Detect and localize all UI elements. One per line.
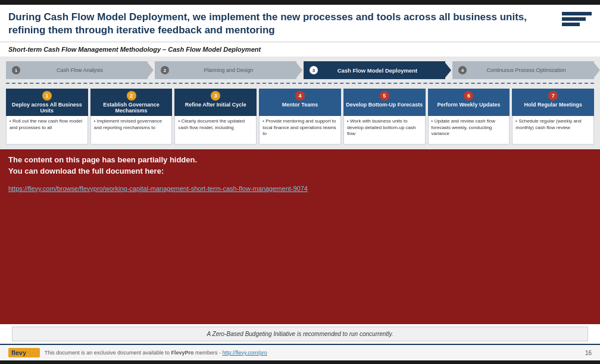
card-4: 4 Mentor Teams Provide mentoring and sup… bbox=[259, 89, 341, 145]
card-4-header: 4 Mentor Teams bbox=[259, 89, 341, 116]
footer-description: This document is an exclusive document a… bbox=[45, 350, 580, 356]
footer-members-text: members - bbox=[193, 350, 222, 356]
bottom-bar bbox=[0, 360, 600, 364]
card-2-title: Establish Governance Mechanisms bbox=[92, 102, 171, 114]
card-2-badge: 2 bbox=[127, 91, 136, 101]
hidden-line1: The content on this page has been partia… bbox=[8, 155, 592, 164]
footer-page-num: 16 bbox=[585, 350, 592, 356]
step-2-label: Planning and Design bbox=[171, 67, 286, 73]
card-6-body: Update and review cash flow forecasts we… bbox=[428, 116, 510, 145]
card-6: 6 Perform Weekly Updates Update and revi… bbox=[428, 89, 510, 145]
step-3-arrow[interactable]: 3 Cash Flow Model Deployment bbox=[304, 61, 445, 79]
card-7-header: 7 Hold Regular Meetings bbox=[512, 89, 594, 116]
footer-link[interactable]: http://flevy.com/pro bbox=[222, 350, 267, 356]
card-4-badge: 4 bbox=[295, 91, 305, 101]
card-3-title: Refine After Initial Cycle bbox=[185, 102, 246, 108]
subtitle-text: Short-term Cash Flow Management Methodol… bbox=[8, 46, 261, 53]
bottom-note: A Zero-Based Budgeting Initiative is rec… bbox=[12, 327, 588, 341]
page-title: During Cash Flow Model Deployment, we im… bbox=[8, 11, 532, 37]
card-2-header: 2 Establish Governance Mechanisms bbox=[90, 89, 173, 116]
step-2-num: 2 bbox=[161, 66, 169, 74]
card-1-title: Deploy across All Business Units bbox=[8, 102, 86, 114]
card-1-badge: 1 bbox=[42, 91, 52, 101]
footer-brand: FlevyPro bbox=[171, 350, 193, 356]
card-6-title: Perform Weekly Updates bbox=[438, 102, 501, 108]
dashed-separator bbox=[6, 83, 594, 84]
step-4-arrow[interactable]: 4 Continuous Process Optimization bbox=[452, 61, 594, 79]
card-6-header: 6 Perform Weekly Updates bbox=[428, 89, 510, 116]
card-4-body: Provide mentoring and support to local f… bbox=[259, 116, 341, 145]
top-bar bbox=[0, 0, 600, 5]
logo-bar-1 bbox=[562, 12, 592, 15]
card-3-header: 3 Refine After Initial Cycle bbox=[174, 89, 257, 116]
step-3-num: 3 bbox=[310, 66, 318, 74]
step-1-label: Cash Flow Analysis bbox=[23, 67, 137, 73]
card-5-body: Work with business units to develop deta… bbox=[343, 116, 426, 145]
hidden-link[interactable]: https://flevy.com/browse/flevypro/workin… bbox=[8, 185, 308, 192]
card-1-header: 1 Deploy across All Business Units bbox=[6, 89, 88, 116]
header-logo-decoration bbox=[562, 11, 592, 26]
step-2-arrow[interactable]: 2 Planning and Design bbox=[155, 61, 296, 79]
step-4-num: 4 bbox=[458, 66, 467, 74]
card-6-badge: 6 bbox=[464, 91, 473, 101]
bottom-note-text: A Zero-Based Budgeting Initiative is rec… bbox=[207, 331, 393, 337]
card-2-body: Implement revised governance and reporti… bbox=[90, 116, 173, 145]
subtitle-bar: Short-term Cash Flow Management Methodol… bbox=[0, 42, 600, 57]
card-5-badge: 5 bbox=[380, 91, 389, 101]
card-3-body: Clearly document the updated cash flow m… bbox=[174, 116, 257, 145]
card-3: 3 Refine After Initial Cycle Clearly doc… bbox=[174, 89, 257, 145]
card-3-badge: 3 bbox=[211, 91, 220, 101]
step-3-label: Cash Flow Model Deployment bbox=[320, 67, 435, 74]
card-2-text: Implement revised governance and reporti… bbox=[94, 118, 169, 131]
logo-bar-2 bbox=[562, 17, 586, 21]
header: During Cash Flow Model Deployment, we im… bbox=[0, 5, 600, 42]
card-5-header: 5 Develop Bottom-Up Forecasts bbox=[343, 89, 426, 116]
hidden-content-area: The content on this page has been partia… bbox=[0, 149, 600, 324]
step-4-label: Continuous Process Optimization bbox=[469, 67, 583, 73]
card-7-text: Schedule regular (weekly and monthly) ca… bbox=[515, 118, 590, 131]
step-1-arrow[interactable]: 1 Cash Flow Analysis bbox=[6, 61, 148, 79]
hidden-line2: You can download the full document here: bbox=[8, 167, 592, 175]
footer-desc-text: This document is an exclusive document a… bbox=[45, 350, 171, 356]
footer-logo-pro: pro bbox=[26, 349, 37, 356]
card-6-text: Update and review cash flow forecasts we… bbox=[432, 118, 507, 137]
card-7-badge: 7 bbox=[548, 91, 558, 101]
process-steps-row: 1 Cash Flow Analysis 2 Planning and Desi… bbox=[6, 60, 594, 80]
footer-logo: flevypro bbox=[8, 348, 40, 357]
card-7: 7 Hold Regular Meetings Schedule regular… bbox=[512, 89, 594, 145]
cards-row: 1 Deploy across All Business Units Roll … bbox=[6, 86, 594, 147]
bottom-note-wrapper: A Zero-Based Budgeting Initiative is rec… bbox=[0, 324, 600, 344]
card-5: 5 Develop Bottom-Up Forecasts Work with … bbox=[343, 89, 426, 145]
card-5-text: Work with business units to develop deta… bbox=[347, 118, 422, 137]
footer-logo-flevy: flevy bbox=[11, 349, 26, 356]
step-1-num: 1 bbox=[12, 66, 20, 74]
card-2: 2 Establish Governance Mechanisms Implem… bbox=[90, 89, 173, 145]
card-1-text: Roll out the new cash flow model and pro… bbox=[10, 118, 85, 131]
card-4-text: Provide mentoring and support to local f… bbox=[262, 118, 338, 137]
card-4-title: Mentor Teams bbox=[282, 102, 318, 108]
logo-bar-3 bbox=[562, 23, 580, 26]
card-3-text: Clearly document the updated cash flow m… bbox=[178, 118, 253, 131]
card-1-body: Roll out the new cash flow model and pro… bbox=[6, 116, 88, 145]
card-7-body: Schedule regular (weekly and monthly) ca… bbox=[512, 116, 594, 145]
card-7-title: Hold Regular Meetings bbox=[524, 102, 582, 108]
footer: flevypro This document is an exclusive d… bbox=[0, 344, 600, 360]
process-area: 1 Cash Flow Analysis 2 Planning and Desi… bbox=[0, 57, 600, 149]
card-5-title: Develop Bottom-Up Forecasts bbox=[346, 102, 423, 108]
card-1: 1 Deploy across All Business Units Roll … bbox=[6, 89, 88, 145]
